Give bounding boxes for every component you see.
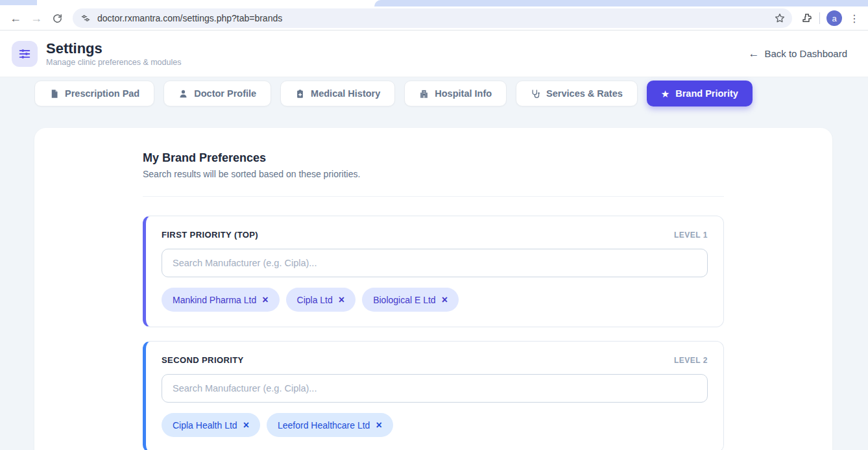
section-title: My Brand Preferences xyxy=(143,151,724,165)
settings-sliders-icon xyxy=(12,41,38,67)
priority-card-second: SECOND PRIORITY LEVEL 2 Cipla Health Ltd… xyxy=(143,341,724,450)
back-link-label: Back to Dashboard xyxy=(764,48,847,59)
medical-history-icon xyxy=(295,89,305,99)
chips-row: Cipla Health Ltd × Leeford Healthcare Lt… xyxy=(162,413,708,437)
reload-icon[interactable] xyxy=(47,8,67,29)
browser-menu-icon[interactable]: ⋮ xyxy=(849,12,860,25)
back-arrow-icon: ← xyxy=(748,47,759,60)
section-subtitle: Search results will be sorted based on t… xyxy=(143,169,724,179)
bookmark-star-icon[interactable] xyxy=(774,12,786,24)
tab-hospital-info[interactable]: Hospital Info xyxy=(404,81,507,106)
services-rates-icon xyxy=(531,89,540,99)
tab-prescription-pad[interactable]: Prescription Pad xyxy=(34,81,154,106)
page-header: Settings Manage clinic preferences & mod… xyxy=(0,31,868,77)
browser-toolbar: ← → a ⋮ xyxy=(0,6,868,31)
manufacturer-chip: Biological E Ltd × xyxy=(362,288,459,312)
priority-level-badge: LEVEL 2 xyxy=(674,356,708,365)
chip-remove-icon[interactable]: × xyxy=(376,420,381,431)
manufacturer-search-input[interactable] xyxy=(162,374,708,403)
address-bar[interactable] xyxy=(73,8,792,28)
tab-medical-history[interactable]: Medical History xyxy=(280,81,395,106)
tab-strip-left-block xyxy=(0,0,37,5)
brand-priority-star-icon: ★ xyxy=(661,89,669,99)
hospital-info-icon xyxy=(419,89,429,99)
prescription-pad-icon xyxy=(49,89,59,99)
back-to-dashboard-link[interactable]: ← Back to Dashboard xyxy=(748,47,847,60)
settings-tabbar: Prescription Pad Doctor Profile Medical … xyxy=(0,77,868,106)
profile-avatar[interactable]: a xyxy=(826,10,842,26)
chip-remove-icon[interactable]: × xyxy=(262,295,268,305)
manufacturer-chip: Mankind Pharma Ltd × xyxy=(162,288,280,312)
priority-title: FIRST PRIORITY (TOP) xyxy=(162,230,258,240)
priority-title: SECOND PRIORITY xyxy=(162,355,244,365)
tab-strip-right-block xyxy=(374,0,868,6)
extensions-icon[interactable] xyxy=(801,12,813,24)
section-divider xyxy=(143,196,724,197)
tab-doctor-profile[interactable]: Doctor Profile xyxy=(163,81,271,106)
chip-remove-icon[interactable]: × xyxy=(339,295,344,305)
url-input[interactable] xyxy=(97,13,774,23)
back-icon[interactable]: ← xyxy=(5,8,26,29)
page-subtitle: Manage clinic preferences & modules xyxy=(46,58,181,67)
manufacturer-chip: Cipla Health Ltd × xyxy=(162,413,260,437)
page-title: Settings xyxy=(46,40,181,57)
tab-services-rates[interactable]: Services & Rates xyxy=(516,81,638,106)
site-settings-icon[interactable] xyxy=(80,13,91,23)
manufacturer-chip: Leeford Healthcare Ltd × xyxy=(267,413,393,437)
chip-remove-icon[interactable]: × xyxy=(243,420,249,431)
manufacturer-search-input[interactable] xyxy=(162,249,708,277)
toolbar-separator xyxy=(819,12,820,24)
doctor-profile-icon xyxy=(178,89,188,99)
priority-card-first: FIRST PRIORITY (TOP) LEVEL 1 Mankind Pha… xyxy=(143,216,724,327)
priority-level-badge: LEVEL 1 xyxy=(674,231,708,240)
tab-brand-priority[interactable]: ★ Brand Priority xyxy=(647,81,753,106)
forward-icon[interactable]: → xyxy=(26,8,47,29)
brand-priority-panel: My Brand Preferences Search results will… xyxy=(34,128,832,450)
browser-tab-strip xyxy=(0,0,868,6)
manufacturer-chip: Cipla Ltd × xyxy=(286,288,356,312)
chips-row: Mankind Pharma Ltd × Cipla Ltd × Biologi… xyxy=(162,288,708,312)
chip-remove-icon[interactable]: × xyxy=(442,295,448,305)
